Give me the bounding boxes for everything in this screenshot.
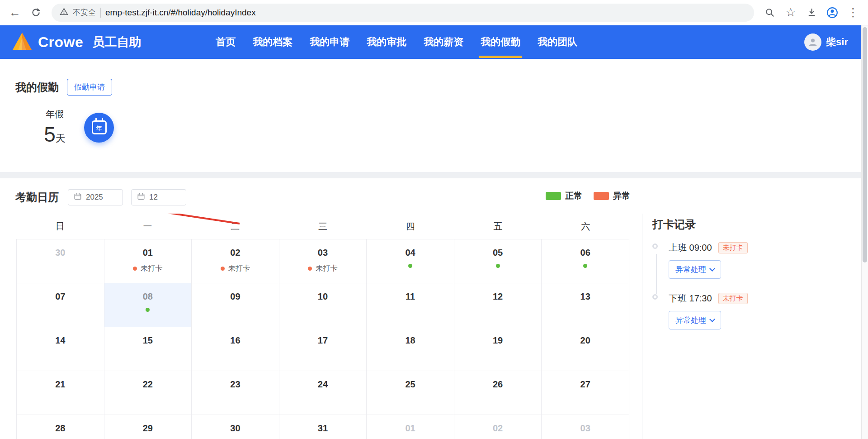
browser-toolbar: ← 不安全 emp-test.zjf-it.cn/#/holiday/holid… (0, 0, 868, 25)
calendar-day[interactable]: 10 (279, 283, 367, 327)
punch-action: 异常处理 (669, 311, 868, 329)
weekday-label: 四 (367, 214, 454, 239)
abnormal-dot-icon (133, 267, 137, 271)
punch-timeline: 上班 09:00未打卡异常处理下班 17:30未打卡异常处理 (652, 242, 868, 329)
user-menu[interactable]: 柴sir (804, 33, 856, 51)
scrollbar-thumb[interactable] (863, 27, 867, 262)
calendar-day[interactable]: 18 (367, 327, 454, 371)
day-number: 16 (230, 335, 240, 346)
calendar-day[interactable]: 04 (367, 239, 454, 283)
calendar-day[interactable]: 29 (104, 415, 192, 439)
calendar-day[interactable]: 02未打卡 (192, 239, 279, 283)
weekday-label: 六 (542, 214, 629, 239)
day-number: 22 (143, 379, 153, 390)
page-scrollbar[interactable] (861, 25, 868, 439)
calendar-day[interactable]: 03未打卡 (279, 239, 367, 283)
calendar-day[interactable]: 30 (192, 415, 279, 439)
calendar-day[interactable]: 11 (367, 283, 454, 327)
url-bar[interactable]: 不安全 emp-test.zjf-it.cn/#/holiday/holiday… (52, 4, 754, 22)
calendar-day[interactable]: 25 (367, 371, 454, 415)
calendar-day[interactable]: 14 (17, 327, 104, 371)
calendar-day[interactable]: 22 (104, 371, 192, 415)
day-note: 未打卡 (228, 264, 250, 273)
day-number: 05 (493, 248, 503, 258)
attendance-header: 考勤日历 2025 12 正常异常 (0, 178, 868, 214)
legend: 正常异常 (546, 190, 637, 202)
calendar-day[interactable]: 17 (279, 327, 367, 371)
calendar-day[interactable]: 28 (17, 415, 104, 439)
calendar-day[interactable]: 05 (454, 239, 542, 283)
calendar-day[interactable]: 26 (454, 371, 542, 415)
day-number: 07 (55, 291, 65, 302)
normal-dot-icon (583, 264, 587, 268)
calendar-day[interactable]: 19 (454, 327, 542, 371)
zoom-icon[interactable] (760, 3, 779, 22)
calendar-day[interactable]: 02 (454, 415, 542, 439)
calendar-day[interactable]: 27 (542, 371, 629, 415)
day-number: 13 (580, 291, 590, 302)
calendar-day[interactable]: 15 (104, 327, 192, 371)
day-number: 29 (143, 423, 153, 434)
day-number: 31 (318, 423, 328, 434)
calendar-day[interactable]: 03 (542, 415, 629, 439)
browser-profile-icon[interactable] (823, 3, 842, 22)
day-number: 01 (405, 423, 415, 434)
month-select[interactable]: 12 (131, 189, 186, 205)
attendance-title: 考勤日历 (15, 190, 59, 205)
nav-item[interactable]: 我的团队 (538, 25, 577, 59)
day-number: 28 (55, 423, 65, 434)
calendar-day[interactable]: 08 (104, 283, 192, 327)
nav-item[interactable]: 我的档案 (253, 25, 292, 59)
day-number: 23 (230, 379, 240, 390)
legend-swatch (546, 192, 561, 200)
calendar-icon (74, 192, 82, 203)
day-status: 未打卡 (133, 264, 162, 273)
calendar-day[interactable]: 21 (17, 371, 104, 415)
punch-row: 下班 17:30未打卡 (669, 292, 868, 305)
nav-item[interactable]: 我的假勤 (481, 25, 520, 59)
calendar-day[interactable]: 30 (17, 239, 104, 283)
calendar-day[interactable]: 12 (454, 283, 542, 327)
calendar-day[interactable]: 01 (367, 415, 454, 439)
section-divider (0, 172, 868, 178)
weekday-label: 三 (279, 214, 367, 239)
abnormal-dot-icon (308, 267, 312, 271)
normal-dot-icon (146, 308, 150, 312)
crowe-logo-icon (12, 32, 33, 52)
annual-leave-icon: 年 (84, 113, 114, 143)
attendance-body: 日一二三四五六 3001未打卡02未打卡03未打卡040506070809101… (0, 214, 868, 439)
bookmark-star-icon[interactable]: ☆ (781, 3, 800, 22)
chevron-down-icon (709, 316, 715, 322)
calendar-day[interactable]: 13 (542, 283, 629, 327)
normal-dot-icon (496, 264, 500, 268)
weekday-row: 日一二三四五六 (16, 214, 629, 239)
punch-row: 上班 09:00未打卡 (669, 242, 868, 254)
abnormal-handle-button[interactable]: 异常处理 (669, 311, 721, 329)
calendar-day[interactable]: 06 (542, 239, 629, 283)
day-number: 01 (143, 248, 153, 258)
apply-leave-button[interactable]: 假勤申请 (67, 79, 112, 95)
year-value: 2025 (86, 193, 103, 202)
reload-icon[interactable] (26, 3, 45, 22)
download-icon[interactable] (802, 3, 821, 22)
calendar-day[interactable]: 23 (192, 371, 279, 415)
calendar-day[interactable]: 01未打卡 (104, 239, 192, 283)
calendar-day[interactable]: 31 (279, 415, 367, 439)
browser-menu-icon[interactable]: ⋮ (844, 3, 863, 22)
calendar-day[interactable]: 07 (17, 283, 104, 327)
timeline-dot-icon (652, 294, 658, 300)
nav-item[interactable]: 我的审批 (367, 25, 406, 59)
calendar-day[interactable]: 24 (279, 371, 367, 415)
nav-item[interactable]: 我的申请 (310, 25, 349, 59)
abnormal-handle-button[interactable]: 异常处理 (669, 260, 721, 279)
timeline-dot-icon (652, 243, 658, 249)
year-select[interactable]: 2025 (68, 189, 123, 205)
calendar-day[interactable]: 20 (542, 327, 629, 371)
calendar-day[interactable]: 09 (192, 283, 279, 327)
nav-item[interactable]: 我的薪资 (424, 25, 463, 59)
calendar-day[interactable]: 16 (192, 327, 279, 371)
nav-item[interactable]: 首页 (216, 25, 236, 59)
normal-dot-icon (408, 264, 412, 268)
day-number: 30 (230, 423, 240, 434)
back-icon[interactable]: ← (5, 3, 24, 22)
